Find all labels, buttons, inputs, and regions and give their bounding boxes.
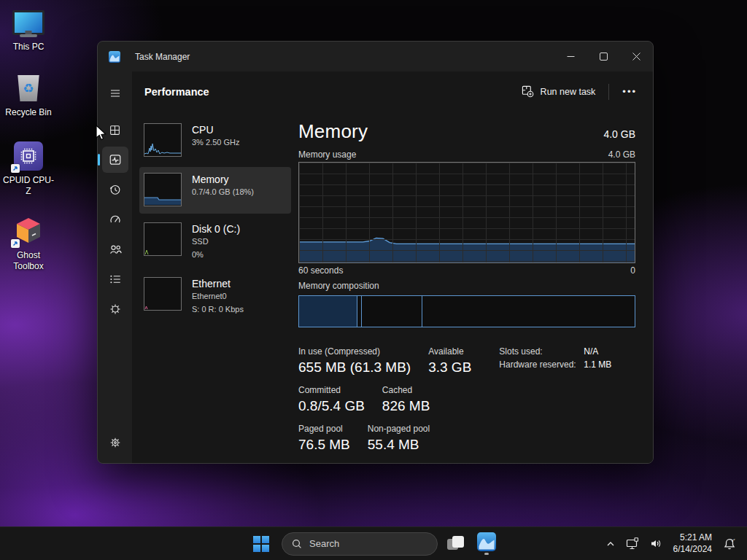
tray-chevron-button[interactable] <box>602 531 619 557</box>
titlebar[interactable]: Task Manager <box>98 42 653 71</box>
memory-usage-graph <box>298 162 635 263</box>
desktop-icon-recycle-bin[interactable]: ♻ Recycle Bin <box>1 73 55 118</box>
navigation-rail <box>98 71 132 463</box>
clock-time: 5:21 AM <box>673 532 712 544</box>
stat-non-paged-pool: Non-paged pool 55.4 MB <box>368 424 430 453</box>
cpu-mini-graph <box>144 123 182 157</box>
close-button[interactable] <box>620 42 653 71</box>
composition-segment-free <box>422 296 635 327</box>
ethernet-mini-graph <box>144 277 182 311</box>
stat-cached: Cached 826 MB <box>382 385 430 414</box>
desktop: This PC ♻ Recycle Bin CPUID CPU-Z <box>0 0 747 560</box>
hamburger-menu-button[interactable] <box>102 80 128 106</box>
perf-item-sub: 0.7/4.0 GB (18%) <box>192 187 254 198</box>
task-view-button[interactable] <box>445 530 467 558</box>
composition-segment-standby <box>362 296 422 327</box>
perf-item-memory[interactable]: Memory 0.7/4.0 GB (18%) <box>139 167 291 214</box>
taskbar-clock[interactable]: 5:21 AM 6/14/2024 <box>669 532 716 555</box>
window-title: Task Manager <box>135 52 190 62</box>
usage-axis-max: 4.0 GB <box>608 149 635 160</box>
taskbar-task-manager-button[interactable] <box>474 530 499 558</box>
sidebar-item-performance[interactable] <box>102 147 128 173</box>
desktop-icon-this-pc[interactable]: This PC <box>1 7 55 52</box>
disk-mini-graph <box>144 222 182 256</box>
running-indicator <box>484 553 489 555</box>
sidebar-item-services[interactable] <box>102 296 128 322</box>
stat-committed: Committed 0.8/5.4 GB <box>298 385 365 414</box>
memory-composition-bar <box>298 295 635 327</box>
task-manager-window: Task Manager <box>97 41 654 464</box>
sidebar-item-details[interactable] <box>102 266 128 292</box>
run-new-task-icon <box>522 85 534 98</box>
perf-item-sub: S: 0 R: 0 Kbps <box>192 304 244 316</box>
notification-bell-icon[interactable]: zz <box>719 531 740 557</box>
ghost-toolbox-icon <box>12 216 44 246</box>
perf-item-title: Ethernet <box>192 278 244 289</box>
stat-paged-pool: Paged pool 76.5 MB <box>298 424 350 453</box>
clock-date: 6/14/2024 <box>673 544 712 556</box>
perf-item-sub: 3% 2.50 GHz <box>192 137 239 149</box>
recycle-bin-icon: ♻ <box>12 73 44 104</box>
sidebar-item-app-history[interactable] <box>102 176 128 203</box>
shortcut-arrow-icon <box>11 164 20 173</box>
sidebar-item-users[interactable] <box>102 236 128 262</box>
taskbar-search[interactable]: Search <box>282 532 438 556</box>
taskbar: Search 5:21 AM 6/14/2024 <box>0 526 747 560</box>
maximize-button[interactable] <box>587 42 620 71</box>
volume-icon[interactable] <box>646 531 666 557</box>
perf-item-title: Memory <box>192 174 254 185</box>
desktop-icon-label: Recycle Bin <box>5 107 51 118</box>
perf-item-sub: SSD <box>192 236 240 248</box>
sidebar-item-startup-apps[interactable] <box>102 206 128 233</box>
toolbar-divider <box>608 84 609 100</box>
network-icon[interactable] <box>622 531 643 557</box>
time-axis-right: 0 <box>630 265 635 276</box>
memory-stats: In use (Compressed) 655 MB (61.3 MB) Ava… <box>298 346 635 453</box>
cpu-z-icon <box>12 141 44 171</box>
composition-segment-in-use <box>299 296 357 327</box>
page-header: Performance Run new task • <box>132 71 653 112</box>
perf-item-sub: 0% <box>192 249 240 261</box>
desktop-icon-label: This PC <box>13 42 44 52</box>
page-title: Performance <box>144 86 209 98</box>
task-manager-icon <box>477 532 496 551</box>
run-new-task-button[interactable]: Run new task <box>514 80 603 103</box>
memory-panel: Memory 4.0 GB Memory usage 4.0 GB <box>295 112 653 463</box>
perf-item-ethernet[interactable]: Ethernet Ethernet0 S: 0 R: 0 Kbps <box>139 271 291 323</box>
minimize-button[interactable] <box>554 42 587 71</box>
perf-item-sub: Ethernet0 <box>192 291 244 303</box>
composition-segment-modified <box>357 296 363 327</box>
search-placeholder: Search <box>309 538 339 549</box>
perf-item-title: Disk 0 (C:) <box>192 223 240 235</box>
more-options-button[interactable]: ••• <box>615 82 644 101</box>
desktop-icon-cpuid-cpu-z[interactable]: CPUID CPU-Z <box>1 141 55 197</box>
memory-usage-label: Memory usage <box>298 149 356 160</box>
settings-button[interactable] <box>102 429 128 456</box>
search-icon <box>292 539 302 549</box>
stat-in-use: In use (Compressed) 655 MB (61.3 MB) <box>298 346 411 376</box>
run-new-task-label: Run new task <box>541 87 596 97</box>
memory-capacity: 4.0 GB <box>603 128 635 140</box>
stat-available: Available 3.3 GB <box>428 346 471 376</box>
performance-list: CPU 3% 2.50 GHz Memory 0.7/4.0 GB (18%) <box>132 112 295 463</box>
perf-item-cpu[interactable]: CPU 3% 2.50 GHz <box>139 117 291 164</box>
time-axis-left: 60 seconds <box>298 265 343 276</box>
windows-logo-icon <box>248 536 274 552</box>
start-button[interactable] <box>248 530 274 558</box>
memory-title: Memory <box>298 120 368 143</box>
perf-item-title: CPU <box>192 124 239 136</box>
sidebar-item-processes[interactable] <box>102 117 128 143</box>
task-view-icon <box>445 533 467 555</box>
memory-hardware-details: Slots used:N/A Hardware reserved:1.1 MB <box>499 346 611 373</box>
svg-text:z: z <box>734 537 735 541</box>
desktop-icon-label: CPUID CPU-Z <box>1 175 55 197</box>
desktop-icon-label: Ghost Toolbox <box>7 250 50 272</box>
task-manager-app-icon <box>109 51 120 63</box>
desktop-icon-ghost-toolbox[interactable]: Ghost Toolbox <box>1 216 55 272</box>
memory-composition-label: Memory composition <box>298 281 635 291</box>
this-pc-icon <box>12 7 44 38</box>
shortcut-arrow-icon <box>11 239 20 248</box>
perf-item-disk[interactable]: Disk 0 (C:) SSD 0% <box>139 217 291 268</box>
memory-mini-graph <box>144 173 182 206</box>
